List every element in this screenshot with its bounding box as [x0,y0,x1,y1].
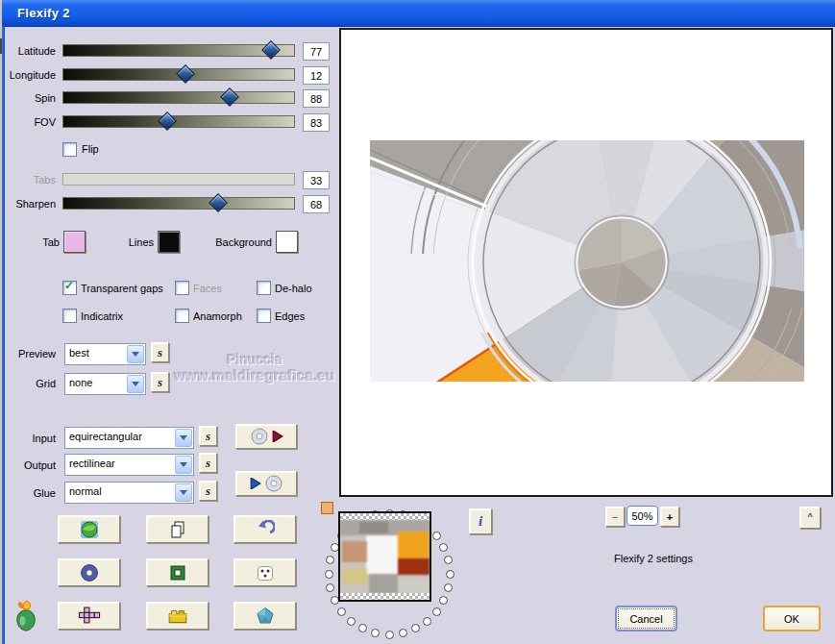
flexify-dialog: Flexify 2 Latitude 77 Longitude 12 Spin … [0,0,835,644]
info-icon: i [479,513,482,530]
preset-dot[interactable] [432,607,441,616]
preset-dot[interactable] [423,617,431,626]
preset-dot[interactable] [347,617,356,626]
preset-dot[interactable] [444,556,453,564]
preset-dot[interactable] [439,543,448,552]
preset-dot[interactable] [325,570,333,579]
info-button[interactable]: i [469,508,492,534]
preset-dot[interactable] [411,624,420,632]
preset-dot[interactable] [444,583,453,592]
preset-dot[interactable] [371,629,380,637]
navigator-thumbnail[interactable] [338,511,431,602]
preset-dot[interactable] [432,532,441,540]
preset-current-marker[interactable] [321,502,333,514]
preset-dot[interactable] [337,607,346,616]
thumbnail-art [340,520,430,593]
preset-dot[interactable] [385,631,394,639]
transparency-checker-top [340,513,430,520]
transparency-checker-bottom [340,593,430,600]
preset-dot[interactable] [326,556,334,564]
preset-dot[interactable] [399,629,407,637]
preset-dot[interactable] [326,583,334,592]
preset-dot[interactable] [358,624,367,632]
preset-dot[interactable] [446,570,454,579]
preset-dot[interactable] [439,596,448,605]
